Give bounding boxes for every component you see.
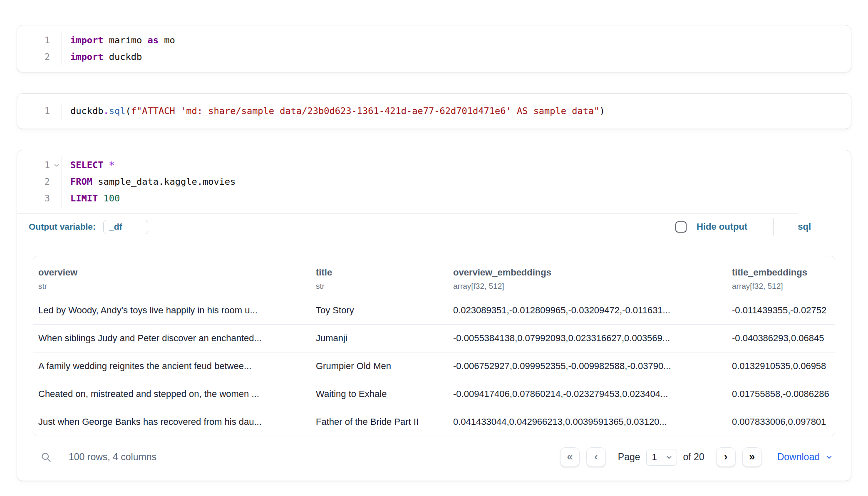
column-type: str xyxy=(38,282,306,291)
sql-cell: 123SELECT *FROM sample_data.kaggle.movie… xyxy=(17,150,851,481)
code-line: LIMIT 100 xyxy=(70,190,851,207)
code-line: FROM sample_data.kaggle.movies xyxy=(70,174,851,190)
hide-output-checkbox[interactable] xyxy=(675,221,687,233)
download-button[interactable]: Download xyxy=(777,451,833,463)
code-cell-imports: 12import marimo as moimport duckdb xyxy=(17,25,851,72)
first-page-button[interactable]: « xyxy=(560,447,580,467)
column-header[interactable]: titlestr xyxy=(311,256,448,297)
code-line: duckdb.sql(f"ATTACH 'md:_share/sample_da… xyxy=(70,103,851,119)
page-select[interactable]: 1 xyxy=(646,449,677,466)
table-cell: Waiting to Exhale xyxy=(311,380,448,408)
page-label: Page xyxy=(618,451,640,463)
search-icon[interactable] xyxy=(40,451,52,463)
output-variable-input[interactable]: _df xyxy=(103,220,148,234)
cell-output: overviewstrtitlestroverview_embeddingsar… xyxy=(17,240,851,436)
pagination: « ‹ Page 1 of 20 › » xyxy=(560,447,762,467)
language-toggle-button[interactable]: sql xyxy=(798,221,811,232)
table-cell: -0.040386293,0.06845 xyxy=(727,325,835,352)
table-row: A family wedding reignites the ancient f… xyxy=(33,352,835,380)
line-number-gutter: 12 xyxy=(17,32,62,65)
row-summary: 100 rows, 4 columns xyxy=(69,451,156,463)
table-cell: Jumanji xyxy=(311,325,448,352)
chevron-down-icon xyxy=(826,454,833,461)
column-name: overview xyxy=(38,267,306,278)
table-row: When siblings Judy and Peter discover an… xyxy=(33,324,835,352)
results-table: overviewstrtitlestroverview_embeddingsar… xyxy=(33,256,835,436)
table-cell: 0.007833006,0.097801 xyxy=(727,408,835,436)
table-header: overviewstrtitlestroverview_embeddingsar… xyxy=(33,256,835,297)
chevron-down-icon xyxy=(666,454,672,461)
table-cell: 0.0132910535,0.06958 xyxy=(727,352,835,380)
table-cell: 0.041433044,0.042966213,0.0039591365,0.0… xyxy=(448,408,727,436)
column-name: title_embeddings xyxy=(732,267,830,278)
line-number: 1 xyxy=(17,157,62,174)
table-footer: 100 rows, 4 columns « ‹ Page 1 of 20 › »… xyxy=(17,436,851,481)
code-lines: import marimo as moimport duckdb xyxy=(62,32,851,65)
download-label: Download xyxy=(777,451,820,463)
page-select-value: 1 xyxy=(652,452,657,463)
table-cell: -0.006752927,0.099952355,-0.009982588,-0… xyxy=(448,352,727,380)
code-editor-imports[interactable]: 12import marimo as moimport duckdb xyxy=(17,25,851,72)
code-line: import marimo as mo xyxy=(70,32,851,49)
column-header[interactable]: overviewstr xyxy=(33,256,311,297)
line-number: 1 xyxy=(17,32,62,49)
marimo-notebook: 12import marimo as moimport duckdb 1duck… xyxy=(0,0,868,481)
line-number: 1 xyxy=(17,103,62,119)
sql-cell-toolbar: Output variable: _df Hide output sql xyxy=(17,214,851,240)
table-cell: Toy Story xyxy=(311,297,448,324)
hide-output-label: Hide output xyxy=(697,221,747,232)
table-cell: -0.009417406,0.07860214,-0.023279453,0.0… xyxy=(448,380,727,408)
table-cell: A family wedding reignites the ancient f… xyxy=(33,352,311,380)
last-page-button[interactable]: » xyxy=(742,447,762,467)
line-number: 2 xyxy=(17,49,62,65)
code-editor-attach[interactable]: 1duckdb.sql(f"ATTACH 'md:_share/sample_d… xyxy=(17,94,851,129)
code-line: import duckdb xyxy=(70,49,851,65)
column-header[interactable]: overview_embeddingsarray[f32, 512] xyxy=(448,256,727,297)
column-type: array[f32, 512] xyxy=(732,282,830,291)
table-body: Led by Woody, Andy's toys live happily i… xyxy=(33,297,835,436)
table-cell: -0.011439355,-0.02752 xyxy=(727,297,835,324)
output-variable-label: Output variable: xyxy=(29,222,96,232)
table-cell: 0.023089351,-0.012809965,-0.03209472,-0.… xyxy=(448,297,727,324)
table-cell: -0.0055384138,0.07992093,0.023316627,0.0… xyxy=(448,325,727,352)
table-cell: Father of the Bride Part II xyxy=(311,408,448,436)
fold-chevron-icon[interactable] xyxy=(54,162,60,168)
code-editor-sql[interactable]: 123SELECT *FROM sample_data.kaggle.movie… xyxy=(17,150,851,213)
page-count-label: of 20 xyxy=(683,451,704,463)
prev-page-button[interactable]: ‹ xyxy=(586,447,606,467)
code-lines: SELECT *FROM sample_data.kaggle.moviesLI… xyxy=(62,157,851,207)
table-cell: 0.01755858,-0.0086286 xyxy=(727,380,835,408)
table-cell: Led by Woody, Andy's toys live happily i… xyxy=(33,297,311,324)
line-number-gutter: 1 xyxy=(17,103,62,119)
column-type: array[f32, 512] xyxy=(453,282,722,291)
column-name: title xyxy=(316,267,443,278)
column-name: overview_embeddings xyxy=(453,267,722,278)
line-number-gutter: 123 xyxy=(17,157,62,207)
table-cell: Cheated on, mistreated and stepped on, t… xyxy=(33,380,311,408)
line-number: 2 xyxy=(17,174,62,190)
table-header-row: overviewstrtitlestroverview_embeddingsar… xyxy=(33,256,835,297)
code-cell-attach: 1duckdb.sql(f"ATTACH 'md:_share/sample_d… xyxy=(17,93,851,129)
table-cell: Grumpier Old Men xyxy=(311,352,448,380)
table-cell: Just when George Banks has recovered fro… xyxy=(33,408,311,436)
table-row: Just when George Banks has recovered fro… xyxy=(33,408,835,436)
column-type: str xyxy=(316,282,443,291)
column-header[interactable]: title_embeddingsarray[f32, 512] xyxy=(727,256,835,297)
toolbar-divider xyxy=(773,218,774,236)
code-lines: duckdb.sql(f"ATTACH 'md:_share/sample_da… xyxy=(62,103,851,119)
table-cell: When siblings Judy and Peter discover an… xyxy=(33,325,311,352)
next-page-button[interactable]: › xyxy=(716,447,736,467)
table-row: Cheated on, mistreated and stepped on, t… xyxy=(33,380,835,408)
code-line: SELECT * xyxy=(70,157,851,174)
table-row: Led by Woody, Andy's toys live happily i… xyxy=(33,297,835,324)
line-number: 3 xyxy=(17,190,62,207)
